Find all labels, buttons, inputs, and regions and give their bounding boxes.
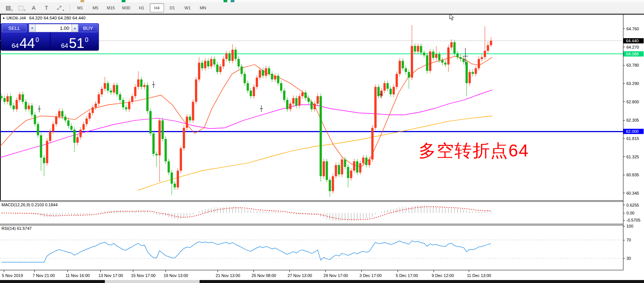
bearish-candle — [420, 46, 422, 53]
time-axis-label: 13 Nov 17:00 — [98, 273, 123, 278]
bearish-candle — [70, 126, 73, 130]
volume-decrease-button[interactable]: ▼ — [29, 24, 36, 32]
sell-price-display[interactable]: 64 44 0 — [1, 33, 50, 51]
bearish-candle — [307, 98, 310, 102]
bearish-candle — [152, 133, 155, 154]
bullish-candle — [180, 148, 182, 171]
bearish-candle — [262, 70, 264, 76]
axis-tick — [623, 83, 625, 84]
sell-button[interactable]: SELL — [2, 24, 27, 32]
bearish-candle — [244, 74, 246, 83]
axis-tick — [623, 65, 625, 66]
text-box-icon[interactable]: T — [40, 3, 52, 13]
bullish-candle — [198, 63, 200, 79]
bullish-candle — [210, 59, 212, 67]
timeframe-button-m1[interactable]: M1 — [73, 3, 87, 12]
bearish-candle — [3, 98, 6, 102]
indicator-axis[interactable]: 0.62550.00-0.57051007030 — [623, 200, 644, 270]
time-axis-tick — [289, 270, 290, 272]
time-axis-label: 21 Nov 13:00 — [216, 273, 240, 278]
time-axis-tick — [253, 270, 254, 272]
text-a-icon[interactable]: A — [28, 3, 40, 13]
time-axis-label: 19 Nov 13:00 — [164, 273, 188, 278]
bearish-candle — [423, 53, 425, 55]
price-axis-label: 60.345 — [626, 191, 639, 195]
toolbar: ▨E⬚FAT⤢▾ M1M5M15M30H1H4D1W1MN — [0, 2, 644, 13]
bearish-candle — [402, 61, 404, 69]
green-level-badge: 64.088 — [623, 51, 644, 57]
crosshatch-e-icon[interactable]: ▨E — [2, 3, 14, 13]
volume-increase-button[interactable]: ▲ — [72, 24, 78, 32]
bearish-candle — [432, 52, 434, 58]
bullish-candle — [46, 141, 48, 163]
axis-tick — [623, 138, 625, 139]
crosshatch-e-icon: ▨ — [6, 4, 11, 11]
volume-input[interactable] — [36, 24, 72, 32]
bullish-candle — [481, 57, 483, 59]
blue-level-badge: 62.000 — [623, 129, 644, 134]
bearish-candle — [234, 50, 237, 59]
bullish-candle — [85, 119, 88, 124]
timeframe-button-mn[interactable]: MN — [196, 3, 210, 12]
bearish-candle — [326, 161, 328, 180]
bearish-candle — [149, 111, 152, 134]
bearish-candle — [268, 68, 270, 74]
price-axis[interactable]: 64.76064.27063.78063.29062.80062.30561.8… — [623, 15, 644, 200]
bullish-candle — [399, 61, 401, 74]
bullish-candle — [435, 54, 437, 58]
buy-button[interactable]: BUY — [78, 24, 98, 32]
axis-tick — [623, 193, 625, 193]
bearish-candle — [356, 161, 358, 173]
panel-separator[interactable] — [0, 200, 623, 201]
bearish-candle — [12, 106, 15, 109]
grid-f-icon[interactable]: ⬚F — [15, 3, 27, 13]
time-axis-tick — [165, 270, 166, 272]
timeframe-button-h1[interactable]: H1 — [134, 3, 149, 12]
bullish-candle — [353, 161, 355, 171]
price-axis-label: 63.780 — [626, 63, 639, 67]
timeframe-button-m30[interactable]: M30 — [119, 3, 133, 12]
last-price-badge: 64.440 — [623, 38, 644, 43]
arrows-tool-icon[interactable]: ⤢▾ — [53, 3, 65, 13]
bearish-candle — [441, 60, 443, 63]
buy-price-display[interactable]: 64 51 0 — [51, 33, 99, 51]
time-axis-label: 11 Dec 13:00 — [467, 273, 491, 278]
bullish-candle — [341, 159, 343, 174]
timeframe-button-m15[interactable]: M15 — [104, 3, 118, 12]
time-axis-tick — [469, 270, 469, 272]
timeframe-button-d1[interactable]: D1 — [165, 3, 179, 12]
one-click-trade-panel: SELL ▼ ▲ BUY 64 44 0 64 51 0 — [1, 23, 99, 51]
bearish-candle — [462, 59, 465, 62]
axis-tick — [623, 258, 625, 259]
bearish-candle — [280, 83, 282, 91]
bearish-candle — [67, 121, 70, 126]
bullish-candle — [484, 51, 486, 57]
bearish-candle — [174, 184, 176, 188]
timeframe-button-h4[interactable]: H4 — [150, 3, 164, 12]
panel-separator[interactable] — [0, 224, 623, 224]
timeframe-button-w1[interactable]: W1 — [180, 3, 195, 12]
bearish-candle — [310, 102, 313, 109]
text-a-icon: A — [32, 4, 36, 11]
bearish-candle — [31, 106, 33, 115]
bearish-candle — [329, 180, 331, 191]
sell-price-pips: 44 — [19, 38, 35, 49]
bullish-candle — [316, 96, 319, 104]
bearish-candle — [171, 173, 173, 184]
bullish-candle — [231, 50, 234, 61]
bullish-candle — [332, 176, 334, 191]
bullish-candle — [253, 87, 255, 96]
bullish-candle — [79, 130, 82, 137]
bullish-candle — [368, 159, 371, 165]
bearish-candle — [0, 96, 3, 98]
time-axis[interactable]: 5 Nov 20197 Nov 21:0011 Nov 16:0013 Nov … — [0, 270, 623, 280]
bearish-candle — [164, 139, 167, 161]
timeframe-button-m5[interactable]: M5 — [88, 3, 103, 12]
bearish-candle — [43, 158, 45, 163]
bullish-candle — [362, 158, 364, 163]
bearish-candle — [453, 42, 456, 54]
bullish-candle — [417, 46, 419, 52]
time-axis-label: 15 Nov 17:00 — [131, 273, 155, 278]
bullish-candle — [95, 104, 97, 107]
bearish-candle — [110, 91, 112, 92]
